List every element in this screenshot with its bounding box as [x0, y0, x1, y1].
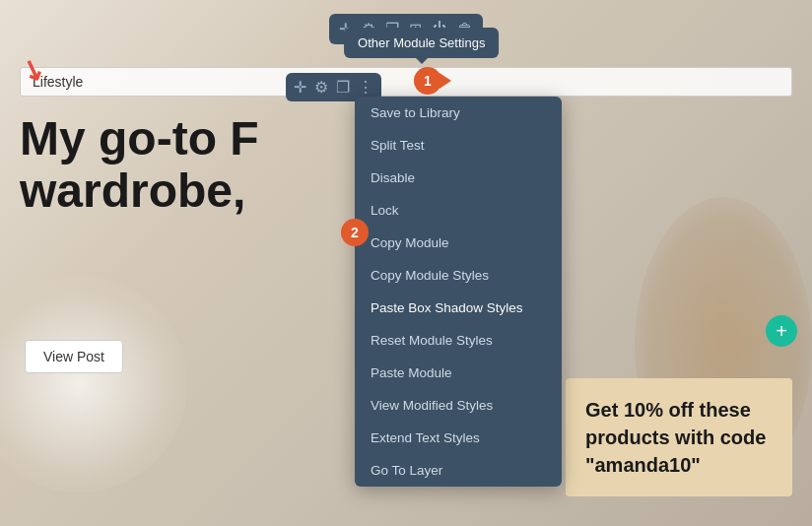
- menu-item-lock[interactable]: Lock: [355, 194, 562, 227]
- menu-item-copy-module[interactable]: Copy Module: [355, 227, 562, 259]
- plus-icon: +: [776, 320, 787, 343]
- plus-add-button[interactable]: +: [766, 315, 797, 347]
- menu-item-paste-box-shadow-styles[interactable]: Paste Box Shadow Styles: [355, 292, 562, 324]
- badge-2-label: 2: [351, 225, 359, 240]
- menu-item-go-to-layer[interactable]: Go To Layer: [355, 454, 562, 487]
- menu-item-disable[interactable]: Disable: [355, 162, 562, 194]
- menu-item-view-modified-styles[interactable]: View Modified Styles: [355, 389, 562, 422]
- promo-text: Get 10% off these products with code "am…: [585, 396, 773, 479]
- badge-1-arrow: [440, 73, 451, 89]
- menu-item-paste-module[interactable]: Paste Module: [355, 357, 562, 389]
- module-settings-icon[interactable]: ⚙: [314, 78, 328, 97]
- promo-box: Get 10% off these products with code "am…: [566, 378, 792, 496]
- view-post-button[interactable]: View Post: [25, 340, 123, 373]
- context-menu: Save to Library Split Test Disable Lock …: [355, 97, 562, 487]
- menu-item-reset-module-styles[interactable]: Reset Module Styles: [355, 324, 562, 357]
- tag-bar: Lifestyle: [20, 67, 792, 97]
- badge-2: 2: [341, 219, 369, 246]
- module-duplicate-icon[interactable]: ❐: [336, 78, 350, 97]
- menu-item-extend-text-styles[interactable]: Extend Text Styles: [355, 422, 562, 454]
- module-move-icon[interactable]: ✛: [294, 78, 306, 97]
- tooltip-text: Other Module Settings: [358, 35, 485, 50]
- menu-item-split-test[interactable]: Split Test: [355, 129, 562, 162]
- tooltip-other-module-settings: Other Module Settings: [344, 28, 499, 58]
- badge-1-label: 1: [424, 73, 432, 89]
- menu-item-save-to-library[interactable]: Save to Library: [355, 97, 562, 129]
- module-more-icon[interactable]: ⋮: [358, 78, 373, 97]
- view-post-label: View Post: [43, 349, 104, 364]
- menu-item-copy-module-styles[interactable]: Copy Module Styles: [355, 259, 562, 292]
- badge-1: 1: [414, 67, 441, 95]
